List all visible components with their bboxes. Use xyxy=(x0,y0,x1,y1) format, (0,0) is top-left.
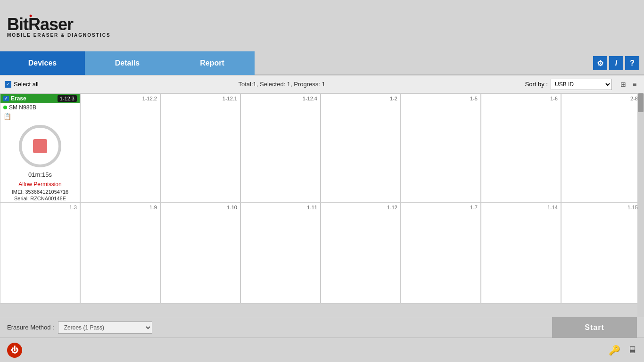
cell-label: 1-11 xyxy=(307,205,317,210)
allow-permission: Allow Permission xyxy=(0,180,80,189)
cell-label: 1-10 xyxy=(227,205,237,210)
info-icon-button[interactable]: i xyxy=(609,56,623,70)
power-button[interactable]: ⏻ xyxy=(7,343,22,358)
grid-cell-1-6: 1-6 xyxy=(481,93,561,202)
grid-cell-1-10: 1-10 xyxy=(160,202,240,304)
stop-button[interactable] xyxy=(33,139,47,153)
erase-label: ✓ Erase xyxy=(3,95,26,102)
grid-cell-1-9: 1-9 xyxy=(80,202,160,304)
scrollbar-thumb[interactable] xyxy=(638,93,644,112)
grid-cell-1-11: 1-11 xyxy=(240,202,321,304)
cell-label: 1-7 xyxy=(470,205,478,210)
logo: BitR◆aser MOBILE ERASER & DIAGNOSTICS xyxy=(7,15,111,38)
grid-cell-2-8: 2-8 xyxy=(561,93,637,202)
grid-cell-1-12-1: 1-12.1 xyxy=(160,93,240,202)
device-model-label: SM N986B xyxy=(9,104,36,111)
grid-row-2: 1-3 1-9 1-10 1-11 1-12 1-7 1-14 xyxy=(0,202,637,304)
footer: ⏻ 🔑 🖥 xyxy=(0,337,644,362)
grid-cell-1-5: 1-5 xyxy=(401,93,481,202)
tab-report[interactable]: Report xyxy=(170,51,255,75)
grid-cell-1-2: 1-2 xyxy=(321,93,401,202)
toolbar: ✓ Select all Total:1, Selected: 1, Progr… xyxy=(0,75,644,93)
device-model-row: SM N986B xyxy=(0,103,80,112)
cell-label: 1-9 xyxy=(149,205,157,210)
key-icon[interactable]: 🔑 xyxy=(609,345,620,356)
cell-label: 1-6 xyxy=(550,96,558,101)
device-checkbox[interactable]: ✓ xyxy=(3,96,9,101)
main-content: ✓ Select all Total:1, Selected: 1, Progr… xyxy=(0,75,644,337)
help-icon-button[interactable]: ? xyxy=(625,56,639,70)
device-header: ✓ Erase 1-12.3 xyxy=(0,94,80,103)
progress-circle-container xyxy=(0,121,80,169)
select-all-checkbox-row[interactable]: ✓ Select all xyxy=(5,81,39,88)
grid-cell-1-3: 1-3 xyxy=(0,202,80,304)
view-icons: ⊞ ≡ xyxy=(619,80,639,89)
grid-row-1: ✓ Erase 1-12.3 SM N986B 📋 xyxy=(0,93,637,202)
device-icons: 📋 xyxy=(0,112,80,121)
header: BitR◆aser MOBILE ERASER & DIAGNOSTICS xyxy=(0,0,644,52)
file-icon: 📋 xyxy=(3,113,11,120)
grid-cell-1-14: 1-14 xyxy=(481,202,561,304)
nav-icons: ⚙ i ? xyxy=(593,56,639,70)
device-id-badge: 1-12.3 xyxy=(58,95,77,102)
status-bar: Total:1, Selected: 1, Progress: 1 xyxy=(39,81,525,88)
cell-label: 2-8 xyxy=(630,96,637,101)
grid-view-icon[interactable]: ⊞ xyxy=(619,80,628,89)
footer-left: ⏻ xyxy=(7,343,22,358)
device-serial: Serial: RZCNA00146E xyxy=(0,195,80,202)
grid-cell-1-7: 1-7 xyxy=(401,202,481,304)
cell-label: 1-2 xyxy=(390,96,397,101)
scrollbar[interactable] xyxy=(637,93,644,317)
sort-by-label: Sort by : xyxy=(525,81,548,88)
cell-label: 1-12.1 xyxy=(223,96,237,101)
tab-devices[interactable]: Devices xyxy=(0,51,85,75)
online-indicator xyxy=(3,106,7,109)
cell-label: 1-14 xyxy=(547,205,558,210)
sort-by-row: Sort by : USB ID Device Name Status ⊞ ≡ xyxy=(525,79,639,90)
grid-cell-1-12-2: 1-12.2 xyxy=(80,93,160,202)
nav-bar: Devices Details Report ⚙ i ? xyxy=(0,52,644,75)
select-all-checkbox[interactable]: ✓ xyxy=(5,81,11,88)
select-all-label: Select all xyxy=(14,81,39,88)
list-view-icon[interactable]: ≡ xyxy=(630,80,639,89)
settings-icon-button[interactable]: ⚙ xyxy=(593,56,607,70)
grid-cell-1-12: 1-12 xyxy=(321,202,401,304)
device-grid: ✓ Erase 1-12.3 SM N986B 📋 xyxy=(0,93,637,317)
cell-label: 1-12.2 xyxy=(142,96,157,101)
cell-label: 1-15 xyxy=(627,205,637,210)
grid-cell-1-12-4: 1-12.4 xyxy=(240,93,321,202)
device-cell-1-12-3[interactable]: ✓ Erase 1-12.3 SM N986B 📋 xyxy=(0,93,80,202)
erasure-method-label: Erasure Method : xyxy=(7,324,54,331)
erasure-method-select[interactable]: Zeroes (1 Pass) DoD 3 Pass DoD 7 Pass xyxy=(58,321,152,334)
device-time: 01m:15s xyxy=(0,169,80,180)
app-title: BitR◆aser xyxy=(7,15,111,34)
bottom-bar: Erasure Method : Zeroes (1 Pass) DoD 3 P… xyxy=(0,317,644,337)
footer-right: 🔑 🖥 xyxy=(609,345,637,356)
monitor-icon[interactable]: 🖥 xyxy=(627,345,637,355)
device-imei: IMEI: 353684121054716 xyxy=(0,189,80,195)
cell-label: 1-12.4 xyxy=(303,96,317,101)
grid-cell-1-15: 1-15 xyxy=(561,202,637,304)
grid-wrapper: ✓ Erase 1-12.3 SM N986B 📋 xyxy=(0,93,644,317)
sort-select[interactable]: USB ID Device Name Status xyxy=(551,79,612,90)
start-button[interactable]: Start xyxy=(552,317,637,338)
cell-label: 1-3 xyxy=(69,205,77,210)
tab-details[interactable]: Details xyxy=(85,51,170,75)
cell-label: 1-12 xyxy=(387,205,397,210)
cell-label: 1-5 xyxy=(470,96,478,101)
progress-circle xyxy=(19,125,61,167)
